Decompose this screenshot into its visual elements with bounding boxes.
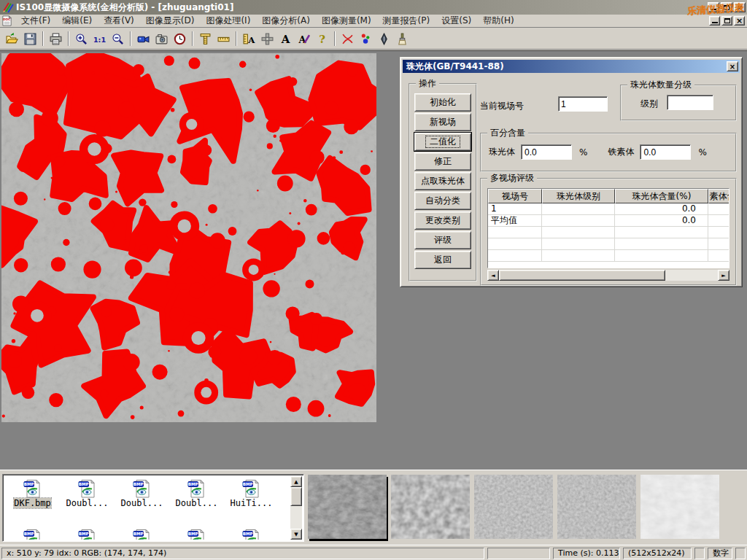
brush-button[interactable]: [393, 30, 411, 48]
ruler-button[interactable]: [214, 30, 233, 48]
bmp-file-icon: [23, 529, 42, 540]
auto-classify-button[interactable]: 自动分类: [414, 192, 471, 210]
file-item-partial[interactable]: [61, 529, 114, 540]
child-restore-button[interactable]: [721, 16, 732, 26]
pearlite-percent-input[interactable]: [521, 144, 572, 160]
file-item[interactable]: Doubl...: [170, 479, 223, 508]
table-row[interactable]: 平均值 0.0: [488, 215, 729, 227]
ferrite-percent-input[interactable]: [640, 144, 691, 160]
file-name[interactable]: Doubl...: [66, 498, 109, 508]
level-input[interactable]: [667, 95, 713, 110]
table-horizontal-scrollbar[interactable]: ◄ ►: [487, 270, 729, 281]
scrollbar-thumb[interactable]: [499, 270, 665, 281]
scroll-down-button[interactable]: ▼: [290, 529, 302, 540]
file-item[interactable]: Doubl...: [61, 479, 114, 508]
scroll-up-button[interactable]: ▲: [290, 476, 302, 487]
current-field-input[interactable]: [558, 96, 608, 112]
correct-button[interactable]: 修正: [414, 152, 471, 171]
help-button[interactable]: [313, 30, 331, 48]
metallographic-image[interactable]: [1, 53, 376, 422]
printer-icon: [50, 33, 62, 45]
grid-button[interactable]: [258, 30, 276, 48]
file-name[interactable]: Doubl...: [121, 498, 163, 508]
menu-image-processing[interactable]: 图像处理(I): [200, 14, 256, 28]
camera-icon: [155, 33, 168, 45]
measure-text-button[interactable]: [240, 30, 258, 48]
save-button[interactable]: [21, 30, 39, 48]
file-name[interactable]: DKF.bmp: [14, 498, 51, 508]
document-icon[interactable]: [1, 15, 12, 26]
file-list[interactable]: DKF.bmp Doubl... Doubl... Doubl... HuiTi…: [2, 474, 304, 542]
binarize-button[interactable]: 二值化: [414, 133, 471, 151]
menu-help[interactable]: 帮助(H): [477, 14, 519, 28]
col-header-grade[interactable]: 珠光体级别: [542, 189, 615, 203]
file-item-partial[interactable]: [170, 529, 223, 540]
file-name[interactable]: HuiTi...: [231, 498, 273, 508]
percent-group-title: 百分含量: [487, 128, 528, 138]
dialog-titlebar[interactable]: 珠光体(GB/T9441-88) ×: [403, 60, 740, 73]
menu-image-analysis[interactable]: 图像分析(A): [256, 14, 316, 28]
actual-size-button[interactable]: [90, 30, 109, 48]
video-camera-button[interactable]: [134, 30, 152, 48]
file-item[interactable]: HuiTi...: [225, 479, 278, 508]
bmp-file-icon: [242, 479, 261, 498]
timer-button[interactable]: [171, 30, 189, 48]
annotate-button[interactable]: [295, 30, 313, 48]
thumbnail-5[interactable]: [640, 475, 719, 539]
file-item-partial[interactable]: [115, 529, 169, 540]
new-field-button[interactable]: 新视场: [414, 113, 471, 131]
file-list-scrollbar[interactable]: ▲ ▼: [290, 476, 302, 540]
caliper-button[interactable]: [196, 30, 214, 48]
init-button[interactable]: 初始化: [414, 93, 471, 112]
child-close-button[interactable]: ×: [734, 16, 745, 26]
menu-image-display[interactable]: 图像显示(D): [140, 14, 201, 28]
scroll-left-button[interactable]: ◄: [487, 270, 499, 281]
window-title: IS100显微摄像系统(金相分析版) - [zhuguangti01]: [16, 1, 233, 14]
bmp-file-icon: [23, 479, 42, 498]
child-minimize-button[interactable]: [709, 16, 720, 26]
file-item[interactable]: DKF.bmp: [6, 479, 59, 508]
menu-image-measure[interactable]: 图像测量(M): [316, 14, 377, 28]
classify-button[interactable]: [357, 30, 375, 48]
scrollbar-thumb[interactable]: [290, 487, 302, 506]
dialog-title: 珠光体(GB/T9441-88): [406, 61, 504, 73]
scrollbar-track[interactable]: [665, 270, 718, 281]
file-item-partial[interactable]: [6, 529, 59, 540]
file-item-partial[interactable]: [225, 529, 278, 540]
measure-text-icon: [243, 33, 255, 45]
col-header-pearlite-content[interactable]: 珠光体含量(%): [615, 189, 708, 203]
file-name[interactable]: Doubl...: [176, 498, 218, 508]
scroll-right-button[interactable]: ►: [718, 270, 729, 281]
operations-group: 操作 初始化 新视场 二值化 修正 点取珠光体 自动分类 更改类别 评级 返回: [409, 83, 477, 281]
file-item[interactable]: Doubl...: [115, 479, 169, 508]
pen-button[interactable]: [375, 30, 393, 48]
text-button[interactable]: [276, 30, 295, 48]
pick-pearlite-button[interactable]: 点取珠光体: [414, 172, 471, 190]
menu-view[interactable]: 查看(V): [98, 14, 140, 28]
thumbnail-1[interactable]: [308, 475, 387, 539]
print-button[interactable]: [47, 30, 65, 48]
menu-file[interactable]: 文件(F): [15, 14, 56, 28]
menu-settings[interactable]: 设置(S): [436, 14, 477, 28]
return-button[interactable]: 返回: [414, 251, 471, 269]
dialog-close-button[interactable]: ×: [727, 61, 738, 71]
col-header-ferrite-content[interactable]: 铁素体含量(%): [708, 189, 729, 203]
grade-button[interactable]: 评级: [414, 231, 471, 249]
pearlite-label: 珠光体: [489, 146, 515, 158]
thumbnail-3[interactable]: [474, 475, 553, 539]
curve-tool-button[interactable]: [338, 30, 357, 48]
col-header-field[interactable]: 视场号: [488, 189, 542, 203]
capture-button[interactable]: [152, 30, 171, 48]
zoom-out-button[interactable]: [109, 30, 127, 48]
thumbnail-2[interactable]: [391, 475, 470, 539]
bmp-file-icon: [187, 529, 206, 540]
menu-edit[interactable]: 编辑(E): [56, 14, 98, 28]
change-class-button[interactable]: 更改类别: [414, 211, 471, 230]
rating-table[interactable]: 视场号 珠光体级别 珠光体含量(%) 铁素体含量(%) 1 0.0 平均值: [487, 188, 729, 268]
open-button[interactable]: [3, 30, 21, 48]
table-row[interactable]: 1 0.0: [488, 203, 729, 215]
menu-measure-report[interactable]: 测量报告(P): [377, 14, 436, 28]
zoom-in-button[interactable]: [72, 30, 90, 48]
table-cell: [708, 203, 729, 215]
thumbnail-4[interactable]: [557, 475, 636, 539]
